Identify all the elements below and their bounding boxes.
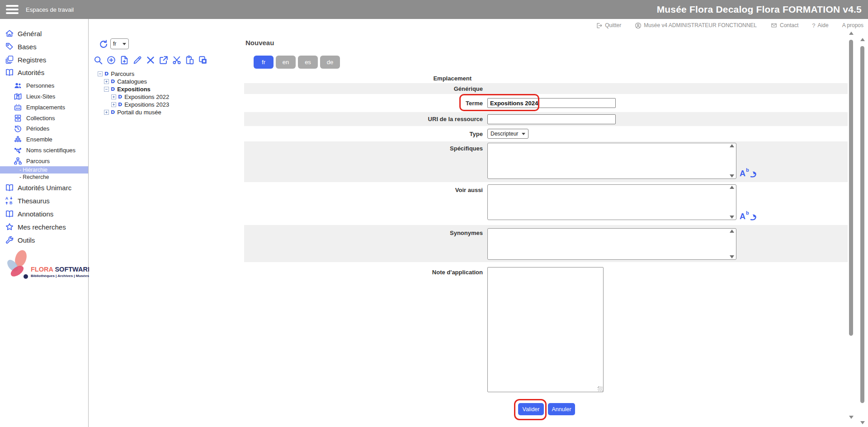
uri-input[interactable] [487, 114, 616, 124]
tree-panel: fr D Parcours D Catalogues [89, 32, 244, 427]
voir-aussi-row: Voir aussi Ab [244, 182, 848, 225]
open-external-icon[interactable] [159, 55, 169, 65]
sidebar-item-autorites[interactable]: Autorités [5, 67, 44, 78]
sidebar-item-emplacements[interactable]: Emplacements [14, 102, 65, 113]
edit-icon[interactable] [132, 55, 142, 65]
specifiques-listbox[interactable] [487, 143, 736, 179]
terme-input[interactable] [487, 98, 616, 108]
help-icon: ? [812, 22, 815, 29]
type-select[interactable]: Descripteur [487, 129, 528, 139]
svg-text:A: A [5, 196, 9, 201]
sidebar-item-general[interactable]: Général [5, 28, 42, 39]
tag-icon [5, 42, 14, 52]
expand-icon[interactable] [111, 94, 116, 99]
sidebar-item-annotations[interactable]: Annotations [5, 208, 53, 219]
map-pin-icon [14, 92, 22, 101]
people-icon [14, 81, 22, 90]
search-icon[interactable] [93, 55, 103, 65]
contact-button[interactable]: Contact [770, 22, 798, 28]
chevron-down-icon [123, 43, 126, 45]
hierarchy-tree: D Parcours D Catalogues D Expositions D … [98, 70, 169, 116]
scroll-up-icon[interactable] [849, 32, 854, 35]
collapse-icon[interactable] [98, 71, 103, 76]
scroll-down-icon[interactable] [730, 255, 734, 258]
synonymes-listbox[interactable] [487, 228, 736, 260]
page-scrollbar[interactable] [859, 35, 866, 427]
group-row: Emplacement [244, 73, 848, 83]
synonymes-label: Synonymes [244, 230, 483, 236]
sidebar-item-autorites-unimarc[interactable]: Autorités Unimarc [5, 182, 71, 193]
sidebar-item-hierarchie[interactable]: - Hiérarchie [0, 166, 88, 174]
sidebar-item-mes-recherches[interactable]: Mes recherches [5, 221, 66, 232]
aide-button[interactable]: ? Aide [812, 22, 828, 29]
descriptor-icon: D [118, 102, 122, 108]
hamburger-menu-icon[interactable] [6, 5, 19, 14]
scroll-down-icon[interactable] [860, 421, 865, 424]
scroll-up-icon[interactable] [860, 38, 865, 41]
tab-es[interactable]: es [298, 56, 318, 69]
scroll-up-icon[interactable] [730, 144, 734, 147]
note-textarea[interactable] [487, 267, 604, 392]
terme-label: Terme [244, 100, 483, 107]
voir-aussi-listbox[interactable] [487, 184, 736, 220]
tree-node: D Parcours [98, 70, 169, 78]
valider-button[interactable]: Valider [518, 403, 544, 415]
resize-grip[interactable] [598, 386, 603, 391]
listbox-scrollbar[interactable] [728, 230, 735, 258]
scroll-up-icon[interactable] [730, 186, 734, 189]
tree-node: D Catalogues [98, 78, 169, 85]
synonymes-row: Synonymes [244, 225, 848, 262]
copy-icon[interactable] [198, 55, 208, 65]
term-link-icon[interactable]: Ab [739, 210, 760, 222]
descriptor-icon: D [118, 94, 122, 100]
annuler-button[interactable]: Annuler [548, 403, 575, 415]
sidebar-item-ensemble[interactable]: Ensemble [14, 134, 52, 145]
flora-software-logo: FLORA SOFTWARE Bibliothèques | Archives … [5, 249, 86, 285]
sidebar-item-parcours[interactable]: Parcours [14, 155, 50, 166]
scroll-up-icon[interactable] [730, 230, 734, 233]
sidebar-item-noms-scientifiques[interactable]: Noms scientifiques [14, 145, 75, 155]
current-user[interactable]: Musée v4 ADMINISTRATEUR FONCTIONNEL [635, 22, 757, 29]
tab-fr[interactable]: fr [254, 56, 274, 69]
delete-icon[interactable] [146, 55, 156, 65]
sidebar-item-bases[interactable]: Bases [5, 41, 37, 52]
cut-icon[interactable] [172, 55, 182, 65]
add-icon[interactable] [106, 55, 116, 65]
expand-icon[interactable] [104, 79, 109, 84]
sidebar-item-lieux-sites[interactable]: Lieux-Sites [14, 91, 55, 102]
svg-text:A: A [740, 169, 745, 178]
quitter-button[interactable]: Quitter [596, 22, 621, 29]
flora-flower-icon [5, 249, 29, 280]
chevron-down-icon [522, 133, 525, 135]
paste-icon[interactable] [185, 55, 195, 65]
collapse-icon[interactable] [104, 87, 109, 92]
scroll-down-icon[interactable] [849, 416, 854, 419]
expand-icon[interactable] [104, 110, 109, 115]
star-icon [5, 222, 14, 232]
uri-row: URI de la ressource [244, 112, 848, 126]
sort-alpha-icon: AB [5, 196, 14, 206]
sidebar-item-registres[interactable]: Registres [5, 54, 46, 65]
new-record-icon[interactable] [119, 55, 129, 65]
scrollbar-thumb[interactable] [860, 46, 864, 403]
scroll-down-icon[interactable] [730, 216, 734, 219]
sidebar-item-collections[interactable]: Collections [14, 113, 55, 123]
sidebar-item-personnes[interactable]: Personnes [14, 80, 54, 91]
expand-icon[interactable] [111, 102, 116, 107]
scrollbar-thumb[interactable] [849, 40, 853, 336]
tree-language-select[interactable]: fr [110, 38, 129, 49]
content-scrollbar[interactable] [848, 29, 854, 422]
tab-en[interactable]: en [276, 56, 296, 69]
apropos-button[interactable]: A propos [842, 22, 863, 28]
listbox-scrollbar[interactable] [728, 144, 735, 178]
term-link-icon[interactable]: Ab [739, 167, 760, 179]
sidebar-item-thesaurus[interactable]: AB Thesaurus [5, 195, 50, 206]
sidebar-item-periodes[interactable]: Périodes [14, 123, 49, 134]
sidebar-item-outils[interactable]: Outils [5, 235, 35, 245]
listbox-scrollbar[interactable] [728, 186, 735, 219]
workspace-label[interactable]: Espaces de travail [26, 6, 74, 13]
sidebar-item-recherche[interactable]: - Recherche [0, 174, 88, 181]
refresh-icon[interactable] [99, 39, 108, 49]
scroll-down-icon[interactable] [730, 174, 734, 178]
tab-de[interactable]: de [320, 56, 340, 69]
